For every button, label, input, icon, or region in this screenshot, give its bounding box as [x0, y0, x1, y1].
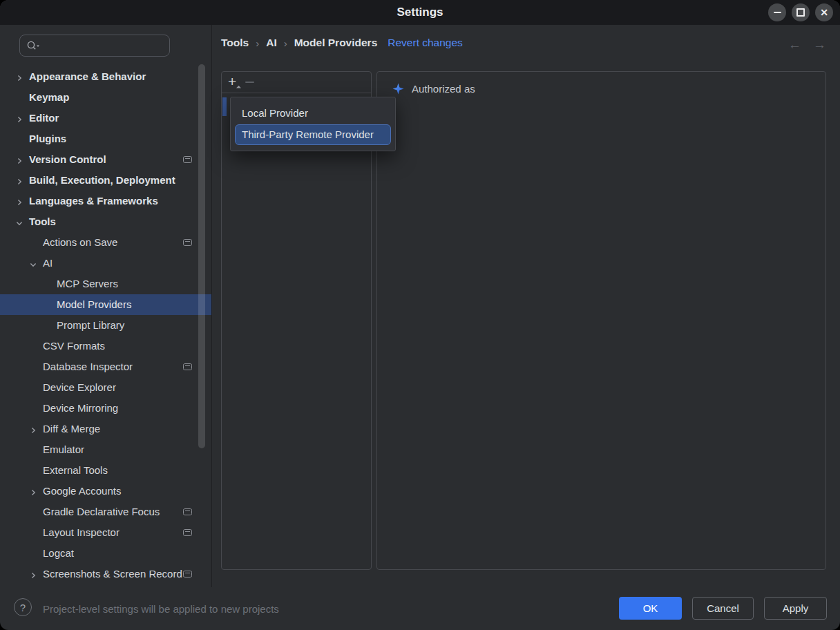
settings-search-box[interactable]	[19, 35, 170, 57]
sidebar-item-ai[interactable]: AI	[0, 253, 211, 274]
sidebar-item-label: Tools	[29, 211, 56, 232]
minimize-button[interactable]	[768, 3, 786, 21]
search-icon	[26, 40, 40, 51]
sidebar-item-emulator[interactable]: Emulator	[0, 439, 211, 460]
selected-provider-row[interactable]	[222, 97, 227, 116]
sidebar-item-label: Editor	[29, 108, 59, 128]
sidebar-item-label: Build, Execution, Deployment	[29, 170, 175, 191]
chevron-right-icon[interactable]	[15, 155, 23, 167]
sidebar-item-device-explorer[interactable]: Device Explorer	[0, 377, 211, 398]
window-controls: ✕	[768, 3, 833, 21]
sidebar-item-label: Google Accounts	[43, 481, 121, 502]
chevron-right-icon[interactable]	[15, 197, 23, 209]
sidebar-item-label: Layout Inspector	[43, 522, 120, 543]
sidebar-item-label: Model Providers	[57, 294, 131, 315]
authorized-as-label: Authorized as	[412, 83, 475, 95]
chevron-right-icon[interactable]	[15, 114, 23, 126]
sidebar-item-label: Languages & Frameworks	[29, 191, 158, 211]
search-input[interactable]	[44, 39, 151, 52]
sidebar-item-build-execution-deployment[interactable]: Build, Execution, Deployment	[0, 170, 211, 191]
breadcrumb-model-providers[interactable]: Model Providers	[294, 37, 378, 49]
ok-button[interactable]: OK	[619, 597, 682, 620]
sidebar-item-label: Version Control	[29, 149, 106, 170]
maximize-icon	[796, 8, 805, 17]
modified-indicator-icon	[183, 571, 192, 578]
apply-button[interactable]: Apply	[764, 597, 827, 620]
sidebar-item-logcat[interactable]: Logcat	[0, 543, 211, 564]
breadcrumb-ai[interactable]: AI	[266, 37, 277, 49]
back-arrow-icon[interactable]: ←	[788, 37, 801, 52]
sidebar-item-label: Device Explorer	[43, 377, 116, 398]
popup-item-third-party-remote-provider[interactable]: Third-Party Remote Provider	[235, 124, 391, 145]
maximize-button[interactable]	[792, 3, 810, 21]
sidebar-item-prompt-library[interactable]: Prompt Library	[0, 315, 211, 336]
minimize-icon	[774, 12, 781, 13]
chevron-right-icon[interactable]	[15, 73, 23, 84]
chevron-down-icon[interactable]	[29, 259, 37, 271]
sidebar-item-google-accounts[interactable]: Google Accounts	[0, 481, 211, 502]
popup-item-local-provider[interactable]: Local Provider	[235, 103, 391, 124]
sidebar-item-label: Logcat	[43, 543, 74, 564]
help-button[interactable]: ?	[14, 598, 32, 616]
footer-hint: Project-level settings will be applied t…	[43, 587, 279, 630]
sidebar-item-database-inspector[interactable]: Database Inspector	[0, 356, 211, 377]
sidebar-item-appearance-behavior[interactable]: Appearance & Behavior	[0, 66, 211, 87]
close-button[interactable]: ✕	[815, 3, 833, 21]
sidebar-item-tools[interactable]: Tools	[0, 211, 211, 232]
forward-arrow-icon[interactable]: →	[813, 37, 826, 52]
providers-toolbar: +	[222, 72, 371, 93]
sidebar-item-label: Device Mirroring	[43, 398, 118, 419]
modified-indicator-icon	[183, 508, 192, 515]
dropdown-arrow-icon	[236, 86, 241, 90]
settings-sidebar: Appearance & BehaviorKeymapEditorPlugins…	[0, 25, 212, 587]
sidebar-item-plugins[interactable]: Plugins	[0, 128, 211, 149]
sidebar-item-device-mirroring[interactable]: Device Mirroring	[0, 398, 211, 419]
sidebar-item-label: Gradle Declarative Focus	[43, 502, 160, 522]
sidebar-item-label: External Tools	[43, 460, 108, 481]
add-provider-button[interactable]: +	[228, 75, 236, 89]
settings-dialog: Settings ✕ Appearance & BehaviorKeymapEd…	[0, 0, 840, 630]
sidebar-item-editor[interactable]: Editor	[0, 108, 211, 128]
sidebar-item-label: Prompt Library	[57, 315, 124, 336]
breadcrumb-tools[interactable]: Tools	[221, 37, 249, 49]
breadcrumb-separator: ›	[256, 37, 259, 49]
sidebar-item-label: Emulator	[43, 439, 84, 460]
cancel-button[interactable]: Cancel	[692, 597, 754, 620]
sidebar-item-layout-inspector[interactable]: Layout Inspector	[0, 522, 211, 543]
chevron-right-icon[interactable]	[15, 176, 23, 188]
modified-indicator-icon	[183, 363, 192, 370]
main-panel: Tools›AI›Model ProvidersRevert changes ←…	[212, 25, 840, 587]
plus-icon: +	[228, 73, 236, 89]
authorized-as-row: Authorized as	[392, 83, 475, 95]
sidebar-item-label: Appearance & Behavior	[29, 66, 146, 87]
sidebar-item-model-providers[interactable]: Model Providers	[0, 294, 211, 315]
sidebar-item-version-control[interactable]: Version Control	[0, 149, 211, 170]
sidebar-item-diff-merge[interactable]: Diff & Merge	[0, 419, 211, 439]
settings-tree: Appearance & BehaviorKeymapEditorPlugins…	[0, 66, 211, 587]
sidebar-item-csv-formats[interactable]: CSV Formats	[0, 336, 211, 356]
sidebar-item-label: MCP Servers	[57, 274, 118, 294]
sidebar-item-label: Screenshots & Screen Recordi	[43, 564, 182, 584]
ai-sparkle-icon	[392, 83, 404, 95]
sidebar-item-label: CSV Formats	[43, 336, 105, 356]
close-icon: ✕	[820, 8, 828, 17]
revert-changes-link[interactable]: Revert changes	[388, 37, 463, 49]
sidebar-item-actions-on-save[interactable]: Actions on Save	[0, 232, 211, 253]
chevron-right-icon[interactable]	[29, 425, 37, 437]
sidebar-item-gradle-declarative-focus[interactable]: Gradle Declarative Focus	[0, 502, 211, 522]
sidebar-item-languages-frameworks[interactable]: Languages & Frameworks	[0, 191, 211, 211]
sidebar-scrollbar-thumb[interactable]	[198, 64, 205, 448]
breadcrumb: Tools›AI›Model ProvidersRevert changes	[221, 37, 463, 49]
chevron-right-icon[interactable]	[29, 570, 37, 582]
remove-provider-button[interactable]	[245, 82, 254, 83]
sidebar-item-keymap[interactable]: Keymap	[0, 87, 211, 108]
sidebar-item-external-tools[interactable]: External Tools	[0, 460, 211, 481]
breadcrumb-separator: ›	[284, 37, 287, 49]
chevron-right-icon[interactable]	[29, 487, 37, 499]
chevron-down-icon[interactable]	[15, 218, 23, 229]
sidebar-item-mcp-servers[interactable]: MCP Servers	[0, 274, 211, 294]
modified-indicator-icon	[183, 239, 192, 246]
history-navigation: ← →	[788, 37, 826, 52]
sidebar-item-screenshots-screen-recordi[interactable]: Screenshots & Screen Recordi	[0, 564, 211, 584]
sidebar-item-label: Keymap	[29, 87, 69, 108]
